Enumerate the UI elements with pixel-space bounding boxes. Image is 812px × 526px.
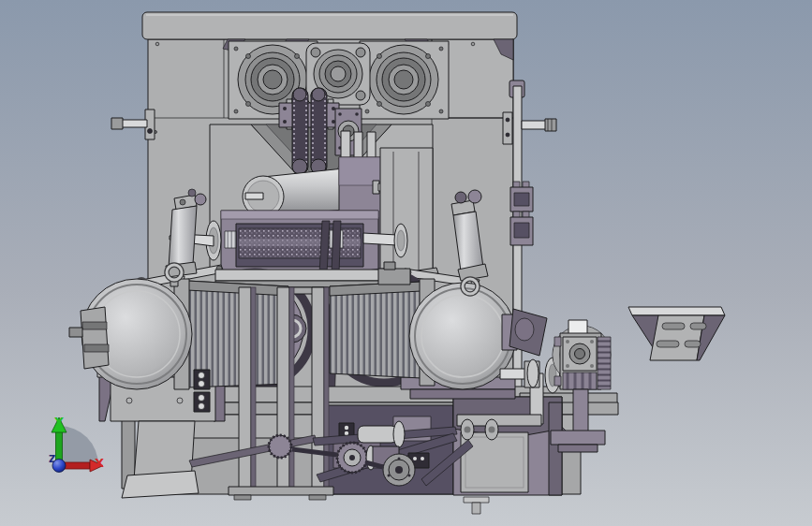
axis-y-label: Y — [53, 415, 64, 429]
side-pin-right[interactable] — [522, 119, 556, 131]
cad-viewport[interactable]: Z Y X — [0, 0, 812, 526]
z-axis-ball — [52, 460, 66, 473]
worm-gearbox[interactable] — [551, 320, 611, 452]
support-posts-center — [341, 131, 376, 159]
support-legs[interactable] — [229, 287, 333, 500]
top-beam[interactable] — [142, 12, 517, 39]
flange-bearing-right[interactable] — [360, 41, 449, 119]
axis-x-label: X — [95, 456, 104, 470]
